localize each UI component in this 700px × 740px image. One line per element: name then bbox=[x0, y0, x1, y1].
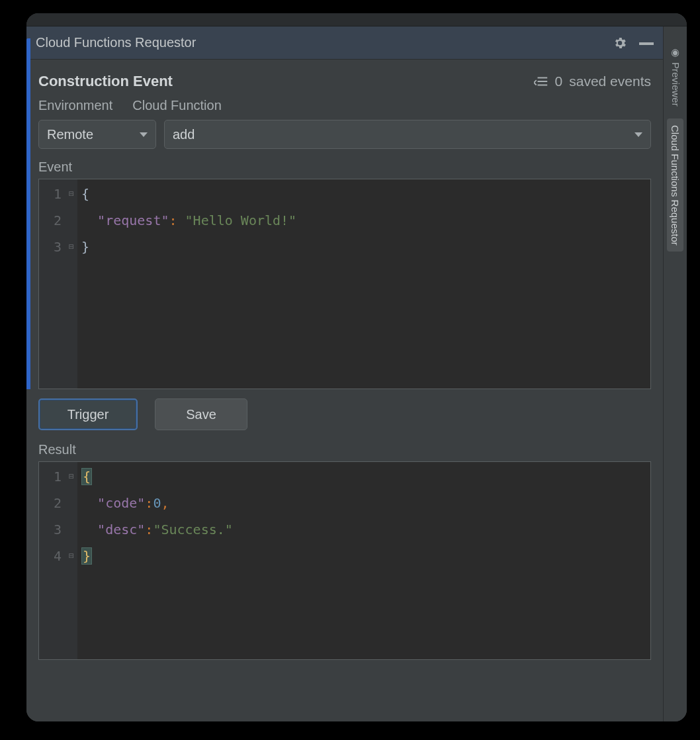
panel-title: Cloud Functions Requestor bbox=[36, 35, 601, 50]
result-label: Result bbox=[26, 438, 663, 461]
event-fold-column: ⊟ ⊟ bbox=[66, 179, 77, 389]
cloud-function-select[interactable]: add bbox=[164, 120, 651, 149]
result-gutter: 1 2 3 4 bbox=[39, 462, 66, 659]
cloud-function-value: add bbox=[173, 127, 195, 142]
section-title: Construction Event bbox=[38, 73, 534, 90]
saved-events-count: 0 bbox=[555, 73, 563, 89]
result-code: { "code":0, "desc":"Success." } bbox=[77, 462, 650, 659]
event-label: Event bbox=[26, 156, 663, 179]
trigger-button[interactable]: Trigger bbox=[38, 398, 138, 430]
tab-cloud-functions-requestor[interactable]: Cloud Functions Requestor bbox=[667, 118, 683, 252]
save-button[interactable]: Save bbox=[155, 398, 247, 430]
environment-value: Remote bbox=[47, 127, 93, 142]
cloud-function-label: Cloud Function bbox=[132, 98, 222, 113]
eye-icon: ◉ bbox=[670, 46, 681, 58]
right-tool-tabs: ◉Previewer Cloud Functions Requestor bbox=[663, 26, 687, 721]
saved-events-indicator[interactable]: 0 saved events bbox=[534, 73, 651, 89]
result-fold-column: ⊟ ⊟ bbox=[66, 462, 77, 659]
cloud-functions-requestor-panel: Cloud Functions Requestor Construction E… bbox=[26, 26, 663, 721]
chevron-down-icon bbox=[140, 132, 148, 137]
environment-label: Environment bbox=[38, 98, 112, 113]
saved-events-label: saved events bbox=[569, 73, 651, 89]
chevron-down-icon bbox=[634, 132, 642, 137]
fold-end-icon[interactable]: ⊟ bbox=[66, 234, 77, 260]
fold-end-icon[interactable]: ⊟ bbox=[66, 543, 77, 569]
environment-select[interactable]: Remote bbox=[38, 120, 156, 149]
event-code[interactable]: { "request": "Hello World!" } bbox=[77, 179, 650, 389]
ide-window: Cloud Functions Requestor Construction E… bbox=[26, 13, 687, 721]
editor-left-accent bbox=[26, 38, 30, 389]
gear-icon[interactable] bbox=[613, 36, 627, 50]
saved-events-icon bbox=[534, 75, 548, 87]
event-editor[interactable]: 1 2 3 ⊟ ⊟ { "request": "Hello World!" } bbox=[38, 179, 651, 389]
panel-header: Cloud Functions Requestor bbox=[26, 26, 663, 60]
tab-previewer[interactable]: ◉Previewer bbox=[667, 40, 684, 113]
fold-icon[interactable]: ⊟ bbox=[66, 463, 77, 490]
fold-icon[interactable]: ⊟ bbox=[66, 181, 77, 207]
main-toolbar-blurred bbox=[26, 13, 687, 26]
minimize-icon[interactable] bbox=[639, 42, 654, 45]
event-gutter: 1 2 3 bbox=[39, 179, 66, 389]
result-viewer[interactable]: 1 2 3 4 ⊟ ⊟ { "code":0, "desc":"Success.… bbox=[38, 461, 651, 660]
